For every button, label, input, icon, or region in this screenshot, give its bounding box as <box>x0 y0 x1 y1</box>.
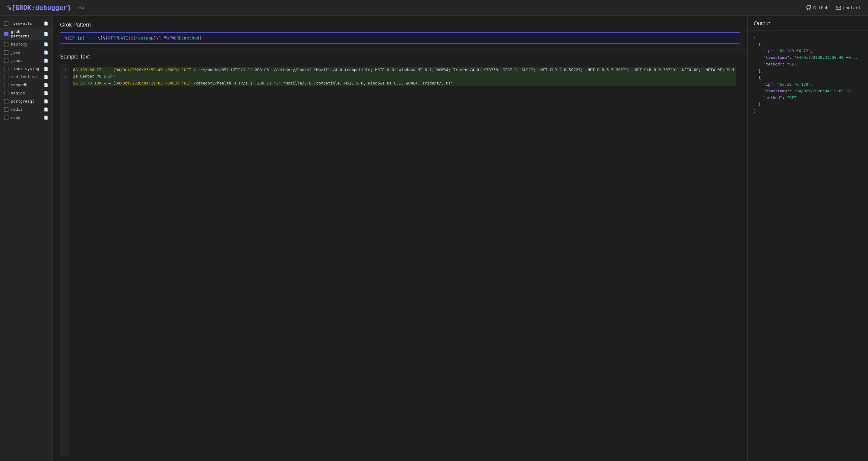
sidebar-item-mcollective[interactable]: mcollective📄 <box>0 73 53 81</box>
sidebar-item-nagios[interactable]: nagios📄 <box>0 89 53 97</box>
file-icon-ruby: 📄 <box>44 116 48 120</box>
sidebar-label-junos: junos <box>11 58 41 63</box>
sidebar-checkbox-firewalls[interactable] <box>4 22 8 26</box>
grok-pattern-section: Grok Pattern %{IP:ip} - - \[%{HTTPDATE:t… <box>53 16 747 49</box>
sidebar-item-junos[interactable]: junos📄 <box>0 56 53 65</box>
logo: %{GROK:debugger} <box>7 4 71 11</box>
log-line-2: 56.30.70.139 – – [04/Oct/2020:04:19:05 +… <box>73 80 736 87</box>
sidebar-checkbox-redis[interactable] <box>4 107 8 112</box>
sidebar-label-mongodb: mongodb <box>11 83 41 87</box>
sidebar-checkbox-mongodb[interactable] <box>4 83 8 87</box>
sidebar-item-ruby[interactable]: ruby📄 <box>0 114 53 122</box>
center-content: Grok Pattern %{IP:ip} - - \[%{HTTPDATE:t… <box>53 16 747 461</box>
sidebar-label-mcollective: mcollective <box>11 74 41 79</box>
file-icon-firewalls: 📄 <box>44 22 48 26</box>
mail-icon <box>836 5 841 10</box>
github-icon <box>806 5 811 10</box>
sidebar-item-firewalls[interactable]: firewalls📄 <box>0 19 53 27</box>
sidebar-label-postgresql: postgresql <box>11 99 41 103</box>
sidebar-checkbox-junos[interactable] <box>4 59 8 63</box>
sidebar-item-postgresql[interactable]: postgresql📄 <box>0 97 53 105</box>
grok-pattern-input[interactable]: %{IP:ip} - - \[%{HTTPDATE:timestamp}\] "… <box>60 32 740 44</box>
sidebar-label-linux-syslog: linux-syslog <box>11 66 41 71</box>
output-content: [ { "ip": "88.189.66.72", "timestamp": "… <box>748 31 868 461</box>
sidebar-item-java[interactable]: java📄 <box>0 48 53 56</box>
file-icon-postgresql: 📄 <box>44 99 48 103</box>
file-icon-junos: 📄 <box>44 59 48 63</box>
file-icon-linux-syslog: 📄 <box>44 67 48 71</box>
sample-text-title: Sample Text <box>60 54 740 60</box>
github-label: GitHub <box>813 5 829 10</box>
file-icon-haproxy: 📄 <box>44 42 48 47</box>
header: %{GROK:debugger} beta GitHub contact <box>0 0 868 16</box>
sidebar-item-linux-syslog[interactable]: linux-syslog📄 <box>0 65 53 73</box>
file-icon-mongodb: 📄 <box>44 83 48 87</box>
sidebar-item-redis[interactable]: redis📄 <box>0 105 53 114</box>
sidebar-label-nagios: nagios <box>11 91 41 95</box>
grok-pattern-title: Grok Pattern <box>60 22 740 28</box>
header-left: %{GROK:debugger} beta <box>7 4 84 11</box>
file-icon-mcollective: 📄 <box>44 75 48 79</box>
sidebar-label-grok-patterns: grok-patterns <box>11 29 41 38</box>
file-icon-nagios: 📄 <box>44 91 48 95</box>
center-output: Grok Pattern %{IP:ip} - - \[%{HTTPDATE:t… <box>53 16 868 461</box>
sample-lines[interactable]: 88.189.66.72 – – [04/Oct/2020:23:59:40 +… <box>69 64 740 456</box>
beta-label: beta <box>75 6 84 10</box>
sidebar-checkbox-mcollective[interactable] <box>4 75 8 79</box>
sidebar-label-firewalls: firewalls <box>11 21 41 26</box>
sidebar-label-redis: redis <box>11 107 41 112</box>
github-link[interactable]: GitHub <box>806 5 829 10</box>
file-icon-redis: 📄 <box>44 107 48 112</box>
line-numbers: 1 2 <box>60 64 69 456</box>
output-header: Output <box>748 16 868 31</box>
sidebar-checkbox-ruby[interactable] <box>4 116 8 120</box>
sidebar-item-grok-patterns[interactable]: grok-patterns📄 <box>0 27 53 40</box>
sidebar-checkbox-grok-patterns[interactable] <box>4 32 8 36</box>
log-line-1: 88.189.66.72 – – [04/Oct/2020:23:59:40 +… <box>73 67 736 80</box>
sidebar-label-java: java <box>11 50 41 55</box>
sidebar-checkbox-nagios[interactable] <box>4 91 8 95</box>
sample-text-section: Sample Text 1 2 88.189.66.72 – – [04/Oct… <box>53 49 747 461</box>
sidebar-item-haproxy[interactable]: haproxy📄 <box>0 40 53 48</box>
sidebar-checkbox-haproxy[interactable] <box>4 42 8 47</box>
output-title: Output <box>754 21 862 27</box>
sidebar-checkbox-java[interactable] <box>4 51 8 55</box>
header-right: GitHub contact <box>806 5 861 10</box>
main-layout: firewalls📄grok-patterns📄haproxy📄java📄jun… <box>0 16 868 461</box>
sidebar-label-haproxy: haproxy <box>11 42 41 47</box>
output-panel: Output [ { "ip": "88.189.66.72", "timest… <box>747 16 868 461</box>
file-icon-grok-patterns: 📄 <box>44 32 48 36</box>
contact-link[interactable]: contact <box>836 5 861 10</box>
sidebar-checkbox-linux-syslog[interactable] <box>4 67 8 71</box>
file-icon-java: 📄 <box>44 51 48 55</box>
sidebar: firewalls📄grok-patterns📄haproxy📄java📄jun… <box>0 16 53 461</box>
sidebar-checkbox-postgresql[interactable] <box>4 99 8 103</box>
contact-label: contact <box>843 5 861 10</box>
sidebar-label-ruby: ruby <box>11 115 41 120</box>
sidebar-item-mongodb[interactable]: mongodb📄 <box>0 81 53 89</box>
sample-editor[interactable]: 1 2 88.189.66.72 – – [04/Oct/2020:23:59:… <box>60 64 740 456</box>
